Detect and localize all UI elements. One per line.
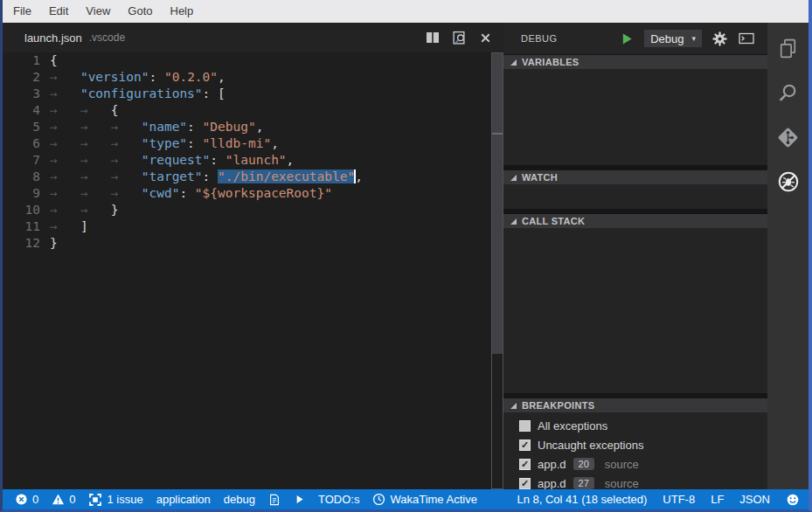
breakpoint-row[interactable]: All exceptions — [503, 416, 767, 435]
d-doc-icon — [268, 493, 281, 507]
tab-whitespace-arrow: → — [50, 185, 80, 202]
code-token: "name" — [142, 120, 187, 134]
status-item[interactable]: application — [156, 493, 211, 506]
code-token: , — [287, 153, 295, 167]
line-number: 11 — [3, 218, 40, 235]
section-label: CALL STACK — [522, 216, 585, 226]
issues-icon — [88, 493, 102, 507]
checkbox-checked[interactable]: ✓ — [519, 478, 531, 489]
section-header-watch[interactable]: WATCH — [503, 170, 767, 184]
tab-whitespace-arrow: → — [50, 119, 80, 135]
section-header-breakpoints[interactable]: BREAKPOINTS — [503, 398, 767, 412]
close-button[interactable] — [475, 28, 495, 47]
code-token: : — [210, 153, 225, 167]
activity-files-icon[interactable] — [774, 33, 803, 63]
status-item-error[interactable]: 0 — [15, 493, 38, 506]
section-call-stack: CALL STACK — [503, 213, 767, 393]
code-token: : — [187, 136, 202, 150]
activity-bar — [767, 23, 809, 489]
status-item-text: Ln 8, Col 41 (18 selected) — [517, 493, 647, 506]
menu-bar: FileEditViewGotoHelp — [3, 0, 809, 23]
status-item-text: application — [156, 493, 211, 506]
code-line[interactable]: 10→→} — [3, 202, 503, 218]
status-item[interactable]: Ln 8, Col 41 (18 selected) — [517, 493, 647, 506]
start-debug-button[interactable] — [621, 32, 634, 45]
status-right: Ln 8, Col 41 (18 selected)UTF-8LFJSON — [501, 493, 800, 507]
tab-whitespace-arrow: → — [50, 102, 80, 119]
tab-whitespace-arrow: → — [80, 135, 111, 152]
code-line[interactable]: 4→→{ — [3, 102, 503, 119]
split-editor-button[interactable] — [423, 28, 442, 47]
checkbox-unchecked[interactable] — [519, 420, 531, 432]
section-header-variables[interactable]: VARIABLES — [503, 54, 767, 69]
editor-group: launch.json .vscode 1{2→"version": "0.2.… — [3, 23, 503, 489]
line-number: 10 — [3, 202, 40, 218]
breakpoint-label: All exceptions — [538, 419, 607, 432]
status-item-feedback-smiley[interactable] — [786, 493, 800, 507]
activity-source-control-icon[interactable] — [774, 122, 803, 152]
code-line[interactable]: 11→] — [3, 218, 503, 235]
selected-text: "./bin/executable" — [218, 170, 355, 183]
code-token: "lldb-mi" — [203, 136, 272, 150]
code-line[interactable]: 1{ — [3, 52, 503, 69]
code-line[interactable]: 3→"configurations": [ — [3, 86, 503, 102]
tab-filename[interactable]: launch.json — [24, 31, 82, 45]
code-line[interactable]: 6→→→"type": "lldb-mi", — [3, 135, 503, 152]
code-token: } — [50, 236, 58, 250]
scrollbar-thumb[interactable] — [492, 53, 503, 354]
code-line[interactable]: 5→→→"name": "Debug", — [3, 119, 503, 135]
code-token: { — [50, 53, 58, 67]
status-item-run[interactable] — [294, 494, 305, 505]
status-item[interactable]: TODO:s — [318, 493, 359, 506]
menu-goto[interactable]: Goto — [119, 0, 161, 23]
tab-whitespace-arrow: → — [50, 169, 80, 185]
code-line[interactable]: 12} — [3, 235, 503, 252]
checkbox-checked[interactable]: ✓ — [519, 439, 531, 451]
code-token: : — [179, 186, 194, 200]
menu-file[interactable]: File — [4, 0, 40, 23]
status-item-text: debug — [224, 493, 255, 506]
line-content: →] — [50, 218, 88, 235]
code-token: "configurations" — [80, 86, 203, 100]
checkbox-checked[interactable]: ✓ — [519, 459, 531, 470]
line-content: →→→"type": "lldb-mi", — [50, 135, 279, 152]
open-preview-button[interactable] — [449, 28, 468, 47]
line-number: 5 — [3, 119, 40, 135]
tab-whitespace-arrow: → — [111, 169, 142, 185]
breakpoint-row[interactable]: ✓Uncaught exceptions — [503, 435, 767, 454]
status-left: 001 issueapplicationdebugTODO:sWakaTime … — [15, 493, 490, 507]
activity-search-icon[interactable] — [774, 78, 803, 107]
code-line[interactable]: 9→→→"cwd": "${workspaceRoot}" — [3, 185, 503, 202]
code-token: : — [187, 120, 202, 134]
clock-icon — [372, 493, 385, 506]
breakpoint-row[interactable]: ✓app.d20source — [503, 454, 767, 474]
menu-edit[interactable]: Edit — [40, 0, 77, 23]
status-item-d-doc[interactable] — [268, 493, 281, 507]
code-line[interactable]: 2→"version": "0.2.0", — [3, 69, 503, 86]
menu-view[interactable]: View — [77, 0, 119, 23]
status-item-issues[interactable]: 1 issue — [88, 493, 142, 507]
editor-scrollbar[interactable] — [491, 52, 503, 489]
expand-triangle-icon — [510, 59, 517, 66]
status-item[interactable]: debug — [224, 493, 255, 506]
menu-help[interactable]: Help — [162, 0, 203, 23]
activity-debug-icon[interactable] — [774, 167, 803, 197]
status-item[interactable]: LF — [711, 493, 724, 506]
line-content: →→} — [50, 202, 119, 218]
code-line[interactable]: 8→→→"target": "./bin/executable", — [3, 169, 503, 185]
status-item-warning[interactable]: 0 — [52, 493, 75, 506]
breakpoint-label: app.d — [538, 458, 566, 471]
code-editor[interactable]: 1{2→"version": "0.2.0",3→"configurations… — [3, 52, 503, 489]
debug-console-button[interactable] — [738, 31, 755, 45]
section-variables: VARIABLES — [503, 54, 767, 165]
close-icon — [479, 31, 492, 45]
configure-gear-button[interactable] — [712, 31, 727, 46]
status-item[interactable]: UTF-8 — [663, 493, 695, 506]
code-line[interactable]: 7→→→"request": "launch", — [3, 152, 503, 169]
status-item[interactable]: JSON — [739, 493, 770, 506]
breakpoint-label: Uncaught exceptions — [538, 439, 643, 452]
code-token: [ — [218, 86, 226, 100]
section-header-call-stack[interactable]: CALL STACK — [503, 213, 767, 228]
status-item-clock[interactable]: WakaTime Active — [372, 493, 476, 506]
debug-config-dropdown[interactable]: Debug ▾ — [644, 30, 702, 47]
